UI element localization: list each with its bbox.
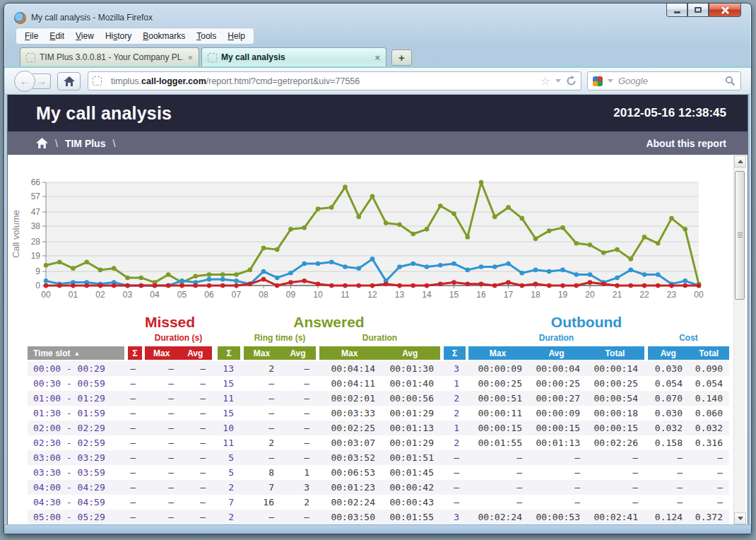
- column-header[interactable]: Σ: [128, 346, 142, 360]
- column-header[interactable]: Time slot▲: [28, 346, 124, 360]
- value-cell: 00:00:25: [468, 378, 528, 389]
- about-this-report-link[interactable]: About this report: [646, 138, 726, 149]
- search-icon[interactable]: [725, 76, 736, 86]
- close-button[interactable]: [709, 4, 741, 17]
- value-cell: –: [586, 482, 644, 493]
- value-cell[interactable]: 2: [444, 408, 466, 418]
- value-cell: 0.158: [648, 438, 689, 448]
- svg-text:02: 02: [95, 290, 105, 300]
- breadcrumb-item-tim-plus[interactable]: TIM Plus: [65, 138, 106, 149]
- value-cell[interactable]: 1: [444, 378, 466, 389]
- scroll-down-icon: [738, 517, 743, 520]
- table-row: 03:30 - 03:59–––58100:06:5300:01:45–––––…: [28, 465, 729, 480]
- column-header[interactable]: Σ: [444, 346, 466, 360]
- value-cell[interactable]: 2: [218, 482, 240, 493]
- time-slot-cell[interactable]: 02:00 - 02:29: [28, 423, 124, 433]
- vertical-scrollbar[interactable]: [733, 155, 745, 524]
- value-cell[interactable]: 5: [218, 452, 240, 463]
- search-box[interactable]: [587, 71, 741, 90]
- column-header[interactable]: MaxAvg: [145, 346, 212, 360]
- value-cell[interactable]: 15: [218, 408, 240, 418]
- time-slot-cell[interactable]: 04:30 - 04:59: [28, 497, 124, 507]
- menu-edit[interactable]: Edit: [44, 29, 70, 43]
- tab-my-call-analysis[interactable]: My call analysis ×: [201, 47, 386, 66]
- value-cell[interactable]: 2: [444, 438, 466, 448]
- table-row: 04:30 - 04:59–––716200:02:2400:00:43––––…: [28, 495, 729, 510]
- column-header[interactable]: AvgTotal: [648, 346, 729, 360]
- tab-close-icon[interactable]: ×: [374, 52, 380, 63]
- column-header[interactable]: Σ: [218, 346, 240, 360]
- value-cell: 00:03:50: [319, 512, 382, 522]
- home-button[interactable]: [57, 72, 81, 90]
- menu-bookmarks[interactable]: Bookmarks: [137, 29, 191, 43]
- google-logo-icon: [593, 76, 603, 86]
- value-cell: –: [145, 467, 180, 478]
- svg-text:20: 20: [585, 290, 595, 300]
- page-content: My call analysis 2012-05-16 12:38:45 \ T…: [7, 95, 748, 524]
- value-cell: –: [528, 497, 586, 507]
- value-cell: 00:00:09: [528, 408, 586, 418]
- value-cell[interactable]: 11: [218, 438, 240, 448]
- value-cell: –: [648, 497, 689, 507]
- url-bar[interactable]: timplus.call-logger.com/report.html?cmd=…: [88, 71, 581, 90]
- value-cell: 0.054: [648, 378, 689, 389]
- column-header[interactable]: MaxAvgTotal: [468, 346, 644, 360]
- time-slot-cell[interactable]: 04:00 - 04:29: [28, 482, 124, 493]
- time-slot-cell[interactable]: 00:30 - 00:59: [28, 378, 124, 389]
- tab-tim-plus[interactable]: TIM Plus 3.0.0.81 - Your Company PL... ×: [20, 47, 199, 66]
- value-cell[interactable]: 2: [218, 512, 240, 522]
- value-cell[interactable]: 13: [218, 363, 240, 374]
- column-header[interactable]: MaxAvg: [244, 346, 316, 360]
- value-cell: 00:00:15: [528, 423, 586, 433]
- scroll-up-button[interactable]: [734, 155, 746, 168]
- scrollbar-thumb[interactable]: [735, 171, 745, 300]
- value-cell: 00:02:41: [586, 512, 644, 522]
- value-cell: –: [180, 467, 212, 478]
- value-cell: –: [128, 408, 142, 418]
- column-header[interactable]: MaxAvg: [319, 346, 440, 360]
- home-breadcrumb-icon[interactable]: [36, 138, 48, 148]
- time-slot-cell[interactable]: 02:30 - 02:59: [28, 438, 124, 448]
- minimize-button[interactable]: [666, 4, 687, 17]
- value-cell[interactable]: 3: [444, 363, 466, 374]
- url-dropdown-icon[interactable]: [555, 79, 561, 83]
- value-cell: 00:02:24: [468, 512, 528, 522]
- reload-icon[interactable]: [566, 76, 577, 86]
- menu-help[interactable]: Help: [222, 29, 251, 43]
- sub-label-3: Duration: [468, 333, 644, 343]
- sub-label-4: Cost: [648, 333, 729, 343]
- svg-text:21: 21: [613, 290, 622, 300]
- value-cell[interactable]: 3: [444, 512, 466, 522]
- value-cell[interactable]: 11: [218, 393, 240, 404]
- time-slot-cell[interactable]: 01:30 - 01:59: [28, 408, 124, 418]
- value-cell: –: [280, 393, 316, 404]
- back-button[interactable]: ←: [14, 71, 35, 92]
- value-cell[interactable]: 15: [218, 378, 240, 389]
- menu-view[interactable]: View: [70, 29, 100, 43]
- value-cell[interactable]: 5: [218, 467, 240, 478]
- time-slot-cell[interactable]: 03:00 - 03:29: [28, 452, 124, 463]
- value-cell[interactable]: 2: [444, 393, 466, 404]
- new-tab-button[interactable]: +: [391, 49, 412, 66]
- search-engine-dropdown-icon[interactable]: [608, 79, 613, 83]
- time-slot-cell[interactable]: 05:00 - 05:29: [28, 512, 124, 522]
- menu-tools[interactable]: Tools: [191, 29, 222, 43]
- menu-history[interactable]: History: [100, 29, 137, 43]
- tab-close-icon[interactable]: ×: [187, 52, 193, 63]
- value-cell[interactable]: 1: [444, 423, 466, 433]
- value-cell[interactable]: 7: [218, 497, 240, 507]
- value-cell: –: [128, 423, 142, 433]
- search-input[interactable]: [618, 76, 725, 86]
- maximize-button[interactable]: [687, 4, 709, 17]
- time-slot-cell[interactable]: 01:00 - 01:29: [28, 393, 124, 404]
- value-cell: 0.124: [648, 512, 689, 522]
- bookmark-star-icon[interactable]: ☆: [541, 76, 550, 87]
- table-row: 00:30 - 00:59–––15––00:04:1100:01:40100:…: [28, 376, 729, 391]
- time-slot-cell[interactable]: 00:00 - 00:29: [28, 363, 124, 374]
- value-cell: –: [444, 497, 466, 507]
- menu-file[interactable]: File: [19, 29, 44, 43]
- time-slot-cell[interactable]: 03:30 - 03:59: [28, 467, 124, 478]
- value-cell[interactable]: 10: [218, 423, 240, 433]
- scroll-down-button[interactable]: [734, 512, 746, 524]
- title-bar[interactable]: My call analysis - Mozilla Firefox: [4, 4, 751, 26]
